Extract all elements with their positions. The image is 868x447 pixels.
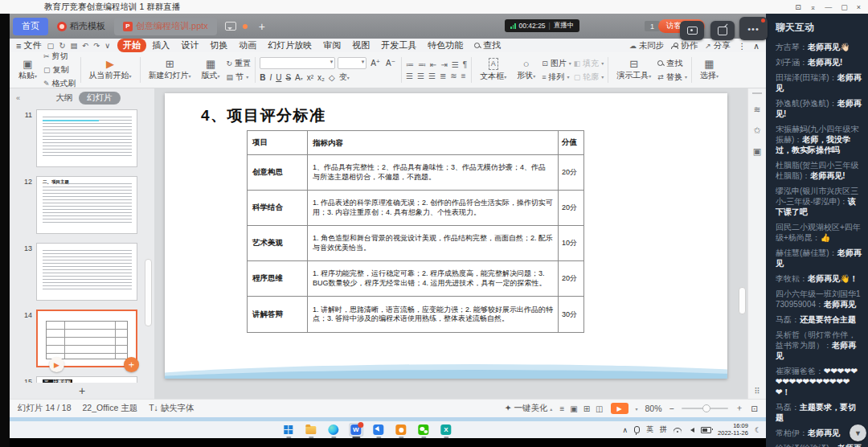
replace-button[interactable]: ⇄替换▾: [657, 72, 687, 83]
slideshow-play-button[interactable]: ▶: [611, 403, 628, 414]
menu-item[interactable]: 特色功能: [422, 39, 469, 52]
shape-button[interactable]: ○形状▾: [513, 54, 539, 86]
window-control-icon[interactable]: ×: [857, 3, 861, 11]
arrange-button[interactable]: ≡排列▾: [542, 72, 571, 83]
tab-docer-templates[interactable]: 稻壳模板: [48, 18, 114, 35]
section-button[interactable]: ▤节▾: [227, 72, 252, 83]
play-from-current-button[interactable]: ▶从当前开始▾: [85, 54, 136, 86]
cut-button[interactable]: ✂剪切: [43, 51, 76, 62]
tab-document[interactable]: P 创意编程培训.pptx: [114, 18, 217, 35]
play-options-caret[interactable]: ▾: [636, 406, 638, 412]
alignment-icon[interactable]: ≡: [461, 72, 466, 80]
sync-status[interactable]: ☁ 未同步: [629, 40, 664, 51]
strikethrough-button[interactable]: S: [285, 73, 291, 82]
layout-button[interactable]: ▦版式▾: [198, 54, 224, 86]
slide-thumbnail[interactable]: 11: [20, 109, 154, 167]
slide-title[interactable]: 4、项目评分标准: [201, 105, 326, 126]
volume-icon[interactable]: [688, 428, 694, 433]
grow-font-button[interactable]: A⁺: [369, 59, 382, 68]
menu-item[interactable]: 开发工具: [375, 39, 422, 52]
zoom-level[interactable]: 80%: [645, 404, 662, 413]
menu-item[interactable]: 动画: [233, 39, 262, 52]
select-button[interactable]: ▦选择▾: [696, 54, 723, 86]
current-slide[interactable]: 4、项目评分标准 项目 指标内容 分值 创意构: [165, 93, 727, 379]
collapse-ribbon-button[interactable]: ∧: [753, 41, 760, 51]
quick-access-icon[interactable]: ∨: [104, 41, 110, 50]
beautify-button[interactable]: ✦ 一键美化 ▴: [505, 403, 553, 414]
animation-star-icon[interactable]: ✩: [753, 125, 760, 136]
zoom-in-button[interactable]: ＋: [735, 403, 744, 414]
subscript-button[interactable]: x₂: [317, 73, 325, 82]
font-color-button[interactable]: A▾: [295, 73, 303, 82]
menu-find[interactable]: 查找: [469, 39, 506, 51]
alignment-icon[interactable]: ≣: [440, 72, 446, 80]
taskbar-app-icon[interactable]: [304, 423, 318, 437]
sidebar-scrollbar[interactable]: [145, 259, 152, 326]
paragraph-icon[interactable]: ≕: [418, 60, 426, 69]
thumbnail-add-button[interactable]: ＋: [124, 357, 139, 372]
present-tools-button[interactable]: ⊟演示工具▾: [612, 54, 655, 86]
quick-access-icon[interactable]: ▤: [70, 41, 77, 50]
find-button[interactable]: 查找: [657, 58, 687, 69]
outline-button[interactable]: ▢轮廓▾: [574, 72, 604, 83]
fit-window-button[interactable]: ⊡: [751, 404, 758, 413]
paragraph-icon[interactable]: ≔: [406, 60, 414, 69]
underline-button[interactable]: U: [276, 73, 281, 82]
tab-home[interactable]: 首页: [13, 18, 48, 35]
sorter-view-icon[interactable]: ⊞: [583, 404, 590, 413]
thumbnail-frame[interactable]: [36, 243, 137, 301]
alignment-icon[interactable]: ☰: [428, 72, 436, 80]
tab-outline[interactable]: 大纲: [55, 92, 72, 104]
fill-button[interactable]: ◧填充▾: [574, 58, 604, 69]
quick-access-icon[interactable]: ↶: [82, 41, 88, 50]
thumbnail-frame[interactable]: ▶ ＋: [36, 310, 137, 367]
format-painter-button[interactable]: ✎格式刷: [43, 78, 76, 89]
paragraph-icon[interactable]: ⇥: [440, 60, 447, 69]
zoom-out-button[interactable]: −: [669, 404, 674, 413]
more-menu-button[interactable]: ⋮: [738, 41, 747, 51]
paragraph-icon[interactable]: ¶: [463, 60, 467, 69]
window-control-icon[interactable]: ⊡: [795, 3, 801, 11]
microphone-icon[interactable]: [634, 426, 640, 433]
collaborate-button[interactable]: 协作: [671, 40, 698, 51]
battery-icon[interactable]: [701, 427, 711, 433]
reading-view-icon[interactable]: ◫: [596, 404, 603, 413]
copy-button[interactable]: ▢复制: [43, 64, 76, 76]
scoring-table[interactable]: 项目 指标内容 分值 创意构思 1、作品具有完整性；2、作品具有趣味性；3、作品…: [247, 130, 584, 333]
zoom-slider-knob[interactable]: [702, 404, 710, 412]
tray-expand-icon[interactable]: ∧: [623, 426, 628, 434]
taskbar-app-icon[interactable]: [326, 423, 341, 437]
paragraph-icon[interactable]: ⇤: [430, 60, 436, 69]
slide-thumbnail[interactable]: 13: [20, 243, 154, 301]
thumbnail-frame[interactable]: [36, 109, 137, 167]
thumbnail-play-button[interactable]: ▶: [49, 357, 64, 372]
taskbar-app-icon[interactable]: X: [439, 423, 453, 437]
shrink-font-button[interactable]: A⁻: [384, 59, 397, 68]
zoom-slider[interactable]: [682, 408, 728, 409]
clock[interactable]: 16:09 2022-11-26: [718, 423, 748, 437]
focus-assist-icon[interactable]: ☾: [755, 426, 761, 434]
chat-scroll-to-bottom-button[interactable]: ▼: [850, 424, 866, 441]
menu-item[interactable]: 审阅: [317, 39, 346, 52]
alignment-icon[interactable]: ≋: [450, 72, 457, 80]
slide-canvas[interactable]: 4、项目评分标准 项目 指标内容 分值 创意构: [154, 88, 747, 399]
clear-format-button[interactable]: ◇: [329, 73, 335, 82]
alignment-icon[interactable]: ☰: [406, 72, 413, 80]
menu-item[interactable]: 插入: [146, 39, 175, 52]
menu-item[interactable]: 开始: [117, 39, 146, 52]
taskbar-app-icon[interactable]: [416, 423, 431, 437]
properties-icon[interactable]: ≋: [753, 105, 760, 115]
quick-access-icon[interactable]: ↻: [59, 41, 65, 50]
window-control-icon[interactable]: —: [825, 3, 832, 11]
textbox-button[interactable]: A文本框▾: [476, 54, 510, 86]
stream-screenshare-button[interactable]: [710, 21, 735, 40]
ime-english[interactable]: 英: [646, 424, 653, 435]
panel-handle[interactable]: [752, 92, 762, 94]
reset-button[interactable]: ↻重置: [227, 58, 252, 69]
sidebar-collapse-button[interactable]: «: [16, 94, 20, 102]
thumbnail-frame[interactable]: 三、比赛流程: [36, 376, 137, 383]
taskbar-app-icon[interactable]: [281, 423, 296, 437]
stream-more-button[interactable]: •••: [739, 17, 768, 40]
add-slide-button[interactable]: +: [10, 383, 154, 399]
canvas-scrollbar[interactable]: [739, 287, 746, 314]
